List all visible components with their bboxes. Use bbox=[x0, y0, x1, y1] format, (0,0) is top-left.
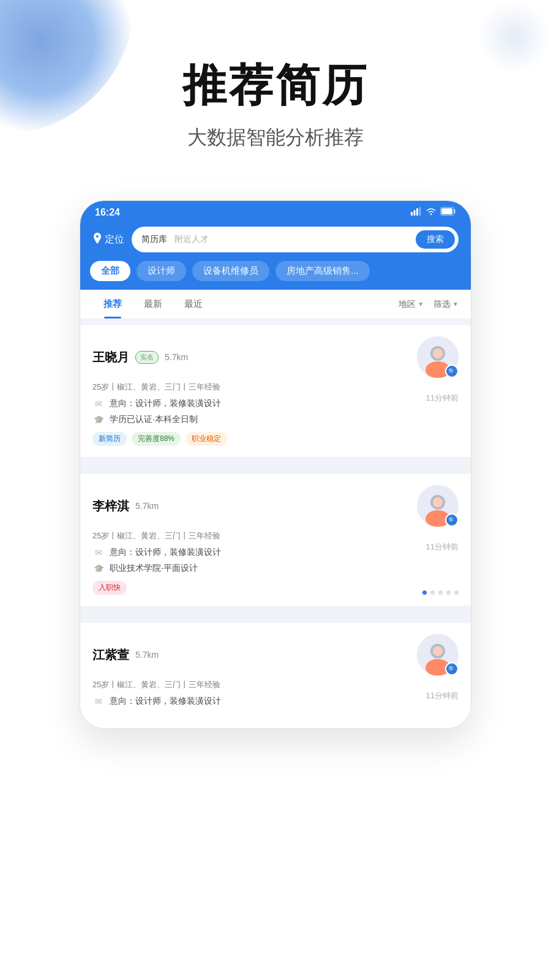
hero-subtitle: 大数据智能分析推荐 bbox=[0, 124, 551, 151]
candidate-2-tags: 入职快 bbox=[92, 581, 459, 595]
candidate-1-verified: 实名 bbox=[135, 351, 159, 364]
candidate-3-distance: 5.7km bbox=[135, 650, 159, 660]
region-arrow-icon: ▼ bbox=[418, 301, 424, 307]
candidate-2-info: 25岁丨椒江、黄岩、三门丨三年经验 bbox=[92, 530, 459, 541]
filter-right-controls: 地区 ▼ 筛选 ▼ bbox=[399, 299, 459, 310]
candidate-1-name: 王晓月 bbox=[92, 349, 129, 366]
svg-rect-0 bbox=[411, 212, 413, 216]
intention-icon-3: ✉ bbox=[92, 695, 105, 707]
candidate-1-tags: 新简历 完善度88% 职业稳定 bbox=[92, 432, 459, 446]
candidate-2-intention: 意向：设计师，装修装潢设计 bbox=[110, 547, 221, 558]
candidate-3-info: 25岁丨椒江、黄岩、三门丨三年经验 bbox=[92, 679, 459, 690]
intention-icon-2: ✉ bbox=[92, 546, 105, 559]
location-icon bbox=[92, 233, 102, 246]
candidate-1-avatar-wrap bbox=[417, 336, 459, 378]
top-bar: 定位 简历库 附近人才 搜索 bbox=[80, 222, 471, 261]
card-2-header: 李梓淇 5.7km bbox=[92, 485, 459, 527]
candidate-1-intention-row: ✉ 意向：设计师，装修装潢设计 11分钟前 bbox=[92, 398, 459, 410]
candidate-3-intention: 意向：设计师，装修装潢设计 bbox=[110, 696, 221, 707]
svg-point-10 bbox=[433, 349, 443, 358]
card-divider-1 bbox=[80, 463, 471, 468]
filter-region-btn[interactable]: 地区 ▼ bbox=[399, 299, 424, 310]
filter-tab-recommend[interactable]: 推荐 bbox=[92, 290, 133, 318]
candidate-2-name: 李梓淇 bbox=[92, 498, 129, 514]
tag-new-resume: 新简历 bbox=[92, 432, 127, 446]
status-time: 16:24 bbox=[95, 207, 120, 218]
screen-arrow-icon: ▼ bbox=[452, 301, 459, 307]
svg-rect-1 bbox=[414, 210, 416, 216]
candidate-2-edu-row: 🎓 职业技术学院·平面设计 bbox=[92, 562, 459, 575]
hero-section: 推荐简历 大数据智能分析推荐 bbox=[0, 0, 551, 188]
tag-fast: 入职快 bbox=[92, 581, 127, 595]
card-3-header: 江紫萱 5.7km bbox=[92, 634, 459, 676]
cat-tab-designer[interactable]: 设计师 bbox=[137, 261, 186, 281]
svg-rect-6 bbox=[441, 208, 452, 214]
svg-point-4 bbox=[430, 214, 432, 215]
battery-icon bbox=[440, 207, 456, 218]
location-button[interactable]: 定位 bbox=[92, 233, 124, 246]
cat-tab-equipment[interactable]: 设备机维修员 bbox=[192, 261, 269, 281]
svg-rect-2 bbox=[416, 208, 418, 216]
candidate-2-intention-row: ✉ 意向：设计师，装修装潢设计 11分钟前 bbox=[92, 546, 459, 559]
dot-2 bbox=[438, 590, 443, 595]
filter-tabs: 推荐 最新 最近 地区 ▼ 筛选 ▼ bbox=[80, 290, 471, 319]
tag-stable: 职业稳定 bbox=[186, 432, 227, 446]
card-3-header-left: 江紫萱 5.7km bbox=[92, 647, 159, 663]
candidate-3-search-badge bbox=[445, 662, 459, 676]
dot-3 bbox=[446, 590, 451, 595]
search-button[interactable]: 搜索 bbox=[416, 230, 455, 249]
candidate-3-intention-row: ✉ 意向：设计师，装修装潢设计 11分钟前 bbox=[92, 695, 459, 707]
card-1-header-left: 王晓月 实名 5.7km bbox=[92, 349, 188, 366]
candidate-1-time: 11分钟前 bbox=[426, 393, 459, 404]
candidate-3-avatar-wrap bbox=[417, 634, 459, 676]
search-nearby-text: 附近人才 bbox=[174, 234, 209, 245]
candidate-1-search-badge bbox=[445, 364, 459, 378]
tag-complete: 完善度88% bbox=[132, 432, 181, 446]
filter-screen-btn[interactable]: 筛选 ▼ bbox=[433, 299, 459, 310]
cat-tab-all[interactable]: 全部 bbox=[90, 261, 130, 281]
candidate-2-search-badge bbox=[445, 513, 459, 527]
svg-point-14 bbox=[433, 497, 443, 507]
resume-card-2[interactable]: 李梓淇 5.7km bbox=[80, 474, 471, 606]
filter-screen-label: 筛选 bbox=[433, 299, 451, 310]
education-icon: 🎓 bbox=[92, 413, 105, 426]
resume-card-1[interactable]: 王晓月 实名 5.7km bbox=[80, 325, 471, 457]
card-1-header: 王晓月 实名 5.7km bbox=[92, 336, 459, 378]
card-divider-2 bbox=[80, 612, 471, 617]
status-bar: 16:24 bbox=[80, 201, 471, 222]
candidate-1-info: 25岁丨椒江、黄岩、三门丨三年经验 bbox=[92, 382, 459, 393]
location-label: 定位 bbox=[105, 233, 124, 246]
filter-tab-recent[interactable]: 最近 bbox=[173, 290, 214, 318]
intention-icon: ✉ bbox=[92, 398, 105, 410]
search-library-text: 简历库 bbox=[141, 234, 167, 245]
category-tabs: 全部 设计师 设备机维修员 房地产高级销售... bbox=[80, 261, 471, 290]
candidate-2-education: 职业技术学院·平面设计 bbox=[110, 563, 198, 574]
svg-rect-3 bbox=[419, 207, 421, 216]
cat-tab-realestate[interactable]: 房地产高级销售... bbox=[276, 261, 370, 281]
candidate-3-name: 江紫萱 bbox=[92, 647, 129, 663]
candidate-1-distance: 5.7km bbox=[165, 352, 188, 362]
hero-title: 推荐简历 bbox=[0, 61, 551, 110]
dot-4 bbox=[454, 590, 459, 595]
candidate-2-time: 11分钟前 bbox=[426, 541, 459, 552]
candidate-2-avatar-wrap bbox=[417, 485, 459, 527]
filter-tab-newest[interactable]: 最新 bbox=[133, 290, 173, 318]
candidate-3-time: 11分钟前 bbox=[426, 690, 459, 701]
wifi-icon bbox=[425, 207, 437, 218]
candidate-1-intention: 意向：设计师，装修装潢设计 bbox=[110, 398, 221, 409]
dot-1 bbox=[430, 590, 435, 595]
candidate-1-edu-row: 🎓 学历已认证·本科全日制 bbox=[92, 413, 459, 426]
pagination-dots bbox=[422, 590, 459, 595]
phone-mockup: 16:24 bbox=[80, 200, 471, 729]
filter-region-label: 地区 bbox=[399, 299, 416, 310]
candidate-1-education: 学历已认证·本科全日制 bbox=[110, 414, 198, 425]
search-box[interactable]: 简历库 附近人才 搜索 bbox=[132, 227, 459, 252]
phone-wrapper: 16:24 bbox=[0, 200, 551, 729]
main-content: 推荐 最新 最近 地区 ▼ 筛选 ▼ bbox=[80, 290, 471, 722]
status-icons bbox=[411, 207, 456, 218]
signal-icon bbox=[411, 207, 422, 218]
education-icon-2: 🎓 bbox=[92, 562, 105, 575]
resume-card-3[interactable]: 江紫萱 5.7km bbox=[80, 623, 471, 722]
search-placeholder: 简历库 附近人才 bbox=[141, 234, 411, 245]
dot-active bbox=[422, 590, 427, 595]
